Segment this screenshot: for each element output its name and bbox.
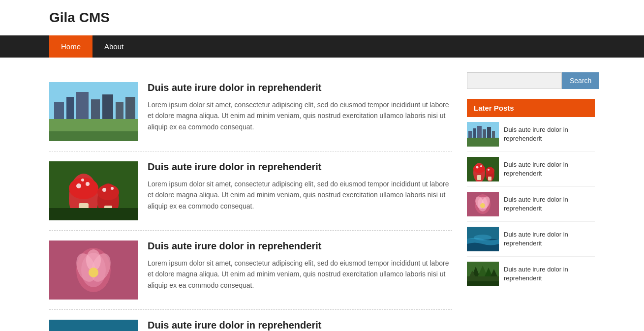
post-thumbnail	[49, 82, 138, 141]
svg-rect-24	[49, 208, 138, 220]
svg-point-46	[476, 166, 479, 169]
post-excerpt: Lorem ipsum dolor sit amet, consectetur …	[148, 99, 452, 132]
post-image-water	[49, 320, 138, 331]
svg-point-17	[81, 179, 84, 181]
post-body: Duis aute irure dolor in reprehenderit	[148, 320, 452, 331]
sidebar-post-thumbnail-mushroom	[467, 157, 499, 181]
svg-rect-10	[49, 131, 138, 141]
svg-point-51	[488, 169, 490, 171]
post-item: Duis aute irure dolor in reprehenderit L…	[49, 72, 452, 151]
sidebar-post-item[interactable]: Duis aute irure dolor in reprehenderit	[467, 117, 595, 152]
sidebar-post-thumbnail-water	[467, 227, 499, 251]
post-title[interactable]: Duis aute irure dolor in reprehenderit	[148, 320, 452, 331]
svg-point-15	[76, 183, 81, 188]
svg-point-16	[86, 182, 90, 186]
post-item: Duis aute irure dolor in reprehenderit L…	[49, 151, 452, 231]
post-title[interactable]: Duis aute irure dolor in reprehenderit	[148, 82, 452, 93]
svg-point-50	[486, 167, 494, 174]
sidebar-post-thumbnail-city	[467, 122, 499, 147]
sidebar-post-item[interactable]: Duis aute irure dolor in reprehenderit	[467, 152, 595, 187]
sidebar-post-title: Duis aute irure dolor in reprehenderit	[504, 230, 595, 248]
nav-item-about[interactable]: About	[92, 35, 135, 58]
svg-point-47	[480, 165, 482, 167]
post-title[interactable]: Duis aute irure dolor in reprehenderit	[148, 161, 452, 173]
svg-point-21	[102, 188, 106, 192]
post-thumbnail	[49, 241, 138, 300]
post-thumbnail	[49, 320, 138, 331]
post-excerpt: Lorem ipsum dolor sit amet, consectetur …	[148, 258, 452, 291]
post-excerpt: Lorem ipsum dolor sit amet, consectetur …	[148, 179, 452, 211]
sidebar-post-item[interactable]: Duis aute irure dolor in reprehenderit	[467, 257, 595, 291]
post-item: Duis aute irure dolor in reprehenderit L…	[49, 231, 452, 310]
svg-point-20	[97, 184, 119, 200]
later-posts-title: Later Posts	[467, 99, 595, 117]
svg-point-22	[111, 187, 114, 190]
sidebar-post-item[interactable]: Duis aute irure dolor in reprehenderit	[467, 222, 595, 257]
svg-rect-48	[477, 175, 481, 180]
svg-rect-32	[49, 320, 138, 331]
svg-rect-7	[116, 102, 123, 121]
search-input[interactable]	[467, 72, 562, 89]
svg-rect-42	[467, 138, 499, 147]
sidebar-post-thumbnail-forest	[467, 262, 499, 286]
svg-point-61	[474, 235, 491, 241]
post-thumbnail	[49, 161, 138, 220]
sidebar-post-item[interactable]: Duis aute irure dolor in reprehenderit	[467, 187, 595, 222]
post-body: Duis aute irure dolor in reprehenderit L…	[148, 241, 452, 291]
svg-rect-37	[473, 128, 476, 139]
svg-rect-69	[467, 281, 499, 286]
post-image-city	[49, 82, 138, 141]
post-title[interactable]: Duis aute irure dolor in reprehenderit	[148, 241, 452, 252]
svg-point-31	[89, 268, 98, 277]
sidebar-post-title: Duis aute irure dolor in reprehenderit	[504, 195, 595, 213]
search-box: Search	[467, 72, 595, 89]
svg-rect-5	[91, 99, 100, 121]
svg-rect-6	[102, 94, 113, 121]
svg-rect-8	[125, 97, 135, 121]
svg-point-58	[480, 203, 485, 208]
site-title: Gila CMS	[0, 0, 644, 35]
sidebar-post-title: Duis aute irure dolor in reprehenderit	[504, 265, 595, 283]
svg-rect-40	[487, 127, 491, 139]
post-body: Duis aute irure dolor in reprehenderit L…	[148, 161, 452, 211]
svg-point-45	[473, 164, 485, 173]
nav-item-home[interactable]: Home	[49, 35, 92, 58]
navbar: Home About	[0, 35, 644, 58]
post-item: Duis aute irure dolor in reprehenderit	[49, 310, 452, 331]
sidebar-post-thumbnail-flower	[467, 192, 499, 216]
post-image-flower	[49, 241, 138, 300]
main-wrapper: Duis aute irure dolor in reprehenderit L…	[0, 58, 644, 331]
svg-rect-2	[54, 102, 64, 121]
sidebar-post-title: Duis aute irure dolor in reprehenderit	[504, 125, 595, 143]
post-image-mushroom	[49, 161, 138, 220]
svg-rect-4	[76, 92, 89, 121]
post-body: Duis aute irure dolor in reprehenderit L…	[148, 82, 452, 132]
svg-rect-3	[66, 97, 74, 121]
sidebar-post-title: Duis aute irure dolor in reprehenderit	[504, 160, 595, 178]
svg-rect-52	[488, 177, 491, 181]
sidebar: Search Later Posts Duis aute irure dolor…	[467, 72, 595, 331]
svg-rect-38	[477, 126, 482, 139]
content-area: Duis aute irure dolor in reprehenderit L…	[49, 72, 452, 331]
search-button[interactable]: Search	[562, 72, 599, 89]
